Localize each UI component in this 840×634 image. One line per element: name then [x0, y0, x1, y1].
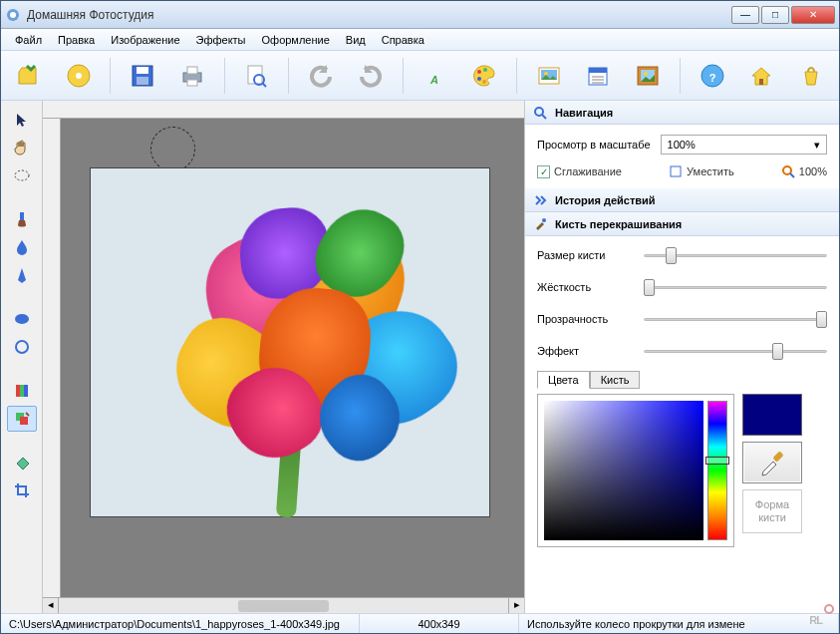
scale-dropdown[interactable]: 100% [661, 135, 827, 155]
brush-tool[interactable] [7, 206, 37, 232]
brush-panel: Размер кисти Жёсткость Прозрачность Эффе… [525, 236, 839, 370]
hue-bar[interactable] [707, 401, 727, 540]
pointer-tool[interactable] [7, 107, 37, 133]
current-color-swatch[interactable] [742, 394, 802, 436]
rgb-tool[interactable] [7, 378, 37, 404]
print-button[interactable] [172, 56, 212, 96]
menu-effects[interactable]: Эффекты [188, 32, 254, 48]
status-hint: Используйте колесо прокрутки для измене [519, 614, 839, 633]
undo-button[interactable] [301, 56, 341, 96]
save-button[interactable] [123, 56, 162, 96]
preview-button[interactable] [237, 56, 277, 96]
canvas-area: ◂ ▸ [43, 101, 524, 613]
size-label: Размер кисти [537, 249, 632, 261]
effect-slider[interactable] [644, 342, 827, 360]
svg-point-47 [542, 218, 546, 222]
hand-tool[interactable] [7, 135, 37, 160]
svg-rect-38 [20, 385, 24, 397]
cd-button[interactable] [59, 56, 99, 96]
svg-rect-39 [24, 385, 28, 397]
open-button[interactable] [9, 56, 49, 96]
svg-point-33 [15, 170, 29, 180]
home-button[interactable] [742, 56, 782, 96]
eyedropper-icon [757, 448, 787, 477]
menu-help[interactable]: Справка [374, 32, 432, 48]
ruler-vertical [43, 119, 61, 597]
workspace: ◂ ▸ Навигация Просмотр в масштабе 100% ✓ [1, 101, 839, 613]
eyedropper-button[interactable] [742, 442, 802, 483]
pencil-tool[interactable] [7, 262, 37, 288]
crop-tool[interactable] [7, 477, 37, 503]
brush-panel-header[interactable]: Кисть перекрашивания [525, 212, 839, 236]
svg-point-16 [483, 68, 487, 72]
effect-label: Эффект [537, 345, 632, 357]
hardness-label: Жёсткость [537, 281, 632, 293]
frame-button[interactable] [628, 56, 668, 96]
svg-point-14 [477, 70, 481, 74]
tool-column [1, 101, 43, 613]
check-icon: ✓ [537, 165, 550, 178]
status-path: C:\Users\Администратор\Documents\1_happy… [1, 614, 360, 633]
zoom-100-button[interactable]: 100% [781, 164, 827, 178]
canvas[interactable] [61, 119, 524, 597]
size-slider[interactable] [644, 246, 827, 264]
redo-button[interactable] [351, 56, 391, 96]
tab-brush[interactable]: Кисть [590, 371, 641, 389]
zoom-100-label: 100% [799, 165, 827, 177]
horizontal-scrollbar[interactable]: ◂ ▸ [43, 597, 524, 613]
menu-image[interactable]: Изображение [103, 32, 187, 48]
maximize-button[interactable]: □ [761, 6, 789, 24]
app-window: Домашняя Фотостудия — □ ✕ Файл Правка Из… [0, 0, 840, 634]
shop-button[interactable] [791, 56, 831, 96]
ellipse-select-tool[interactable] [7, 162, 37, 188]
menu-decoration[interactable]: Оформление [254, 32, 338, 48]
recolor-brush-tool[interactable] [7, 406, 37, 432]
svg-rect-22 [589, 68, 607, 73]
svg-point-36 [16, 341, 28, 353]
photo-button[interactable] [529, 56, 569, 96]
saturation-value-box[interactable] [544, 401, 703, 540]
fit-button[interactable]: Уместить [669, 164, 734, 178]
navigation-panel-header[interactable]: Навигация [525, 101, 839, 125]
svg-point-35 [15, 314, 29, 324]
menu-edit[interactable]: Правка [50, 32, 103, 48]
svg-rect-6 [137, 77, 148, 85]
minimize-button[interactable]: — [731, 6, 759, 24]
menu-view[interactable]: Вид [338, 32, 374, 48]
zoom-icon [781, 164, 795, 178]
svg-rect-32 [759, 79, 763, 85]
history-panel-header[interactable]: История действий [525, 188, 839, 212]
svg-rect-8 [187, 67, 197, 74]
close-button[interactable]: ✕ [791, 6, 835, 24]
svg-line-46 [790, 173, 794, 177]
help-button[interactable]: ? [693, 56, 732, 96]
color-picker [537, 394, 734, 547]
fit-icon [669, 164, 683, 178]
history-icon [533, 193, 547, 207]
smoothing-checkbox[interactable]: ✓ Сглаживание [537, 165, 622, 178]
text-button[interactable]: A [416, 56, 455, 96]
menu-file[interactable]: Файл [7, 32, 50, 48]
palette-button[interactable] [464, 56, 504, 96]
brush-shape-button[interactable]: Форма кисти [742, 489, 802, 533]
window-title: Домашняя Фотостудия [27, 8, 731, 22]
brush-title: Кисть перекрашивания [555, 218, 682, 230]
opacity-slider[interactable] [644, 310, 827, 328]
navigation-icon [533, 106, 547, 120]
toolbar-sep [680, 58, 681, 94]
calendar-button[interactable] [579, 56, 619, 96]
toolbar-sep [110, 58, 111, 94]
color-area: Форма кисти [525, 388, 839, 559]
selection-marquee[interactable] [150, 127, 195, 171]
hardness-slider[interactable] [644, 278, 827, 296]
statusbar: C:\Users\Администратор\Documents\1_happy… [1, 613, 839, 633]
svg-rect-9 [187, 80, 197, 86]
tab-colors[interactable]: Цвета [537, 371, 590, 389]
hue-knob[interactable] [705, 457, 729, 465]
document-image[interactable] [91, 168, 489, 516]
watermark: RL [809, 604, 834, 630]
drop-tool[interactable] [7, 234, 37, 260]
ellipse-fill-tool[interactable] [7, 306, 37, 332]
eraser-tool[interactable] [7, 450, 37, 476]
circle-outline-tool[interactable] [7, 334, 37, 360]
